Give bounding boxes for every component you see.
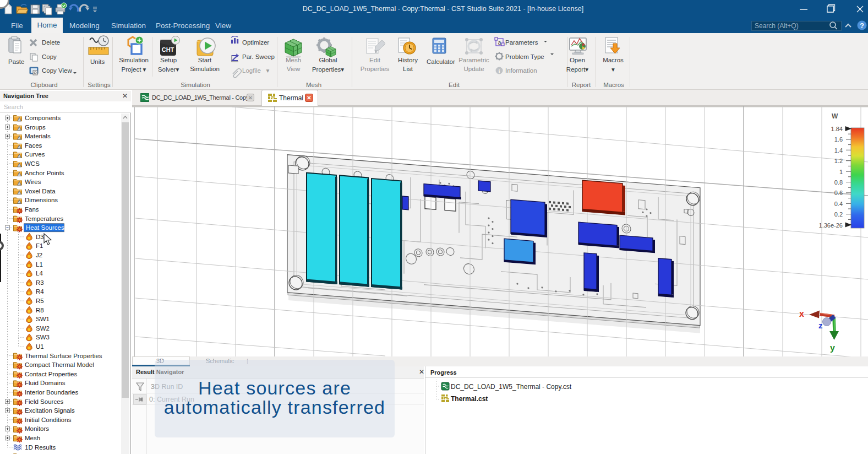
svg-text:Faces: Faces bbox=[25, 142, 42, 149]
svg-text:1.4: 1.4 bbox=[834, 147, 843, 154]
svg-text:z: z bbox=[818, 321, 823, 330]
svg-text:1D Results: 1D Results bbox=[25, 444, 56, 451]
svg-text:SW3: SW3 bbox=[36, 334, 50, 340]
svg-text:R4: R4 bbox=[36, 288, 44, 295]
svg-text:R3: R3 bbox=[36, 279, 44, 286]
svg-text:1.36e-26: 1.36e-26 bbox=[819, 222, 843, 229]
svg-text:Curves: Curves bbox=[25, 151, 45, 158]
svg-text:x: x bbox=[799, 309, 804, 318]
svg-text:1.84: 1.84 bbox=[831, 126, 843, 132]
svg-text:L4: L4 bbox=[36, 270, 43, 277]
svg-text:Wires: Wires bbox=[25, 179, 41, 185]
svg-text:Monitors: Monitors bbox=[25, 425, 49, 432]
svg-text:0.4: 0.4 bbox=[834, 201, 843, 207]
svg-text:Voxel Data: Voxel Data bbox=[25, 188, 56, 194]
svg-text:Thermal Surface Properties: Thermal Surface Properties bbox=[25, 353, 102, 359]
svg-text:Anchor Points: Anchor Points bbox=[25, 170, 64, 176]
svg-text:0.2: 0.2 bbox=[834, 211, 843, 218]
svg-text:Mesh: Mesh bbox=[25, 435, 40, 441]
svg-text:Interior Boundaries: Interior Boundaries bbox=[25, 389, 78, 396]
svg-text:0.6: 0.6 bbox=[834, 190, 843, 196]
svg-text:CHT: CHT bbox=[162, 46, 174, 53]
svg-text:L1: L1 bbox=[36, 261, 43, 268]
svg-text:Excitation Signals: Excitation Signals bbox=[25, 407, 75, 414]
svg-text:R5: R5 bbox=[36, 298, 44, 304]
svg-text:1.2: 1.2 bbox=[834, 158, 843, 164]
svg-text:y: y bbox=[830, 343, 835, 353]
svg-text:SW2: SW2 bbox=[36, 325, 50, 332]
svg-text:Temperatures: Temperatures bbox=[25, 215, 64, 222]
svg-text:Dimensions: Dimensions bbox=[25, 197, 58, 203]
svg-text:0.8: 0.8 bbox=[834, 179, 843, 186]
svg-text:R8: R8 bbox=[36, 307, 44, 314]
svg-text:F1: F1 bbox=[36, 242, 43, 249]
svg-text:1: 1 bbox=[839, 169, 843, 175]
svg-text:J2: J2 bbox=[36, 252, 42, 258]
svg-text:Contact Properties: Contact Properties bbox=[25, 371, 77, 377]
svg-text:SW1: SW1 bbox=[36, 316, 50, 322]
svg-text:Initial Conditions: Initial Conditions bbox=[25, 417, 72, 423]
svg-text:Heat Sources: Heat Sources bbox=[26, 224, 64, 231]
svg-text:?: ? bbox=[860, 22, 864, 30]
svg-text:a: a bbox=[498, 40, 501, 46]
svg-text:Field Sources: Field Sources bbox=[25, 398, 64, 405]
svg-text:W: W bbox=[832, 112, 838, 120]
svg-text:D3: D3 bbox=[36, 234, 44, 240]
svg-text:Fluid Domains: Fluid Domains bbox=[25, 380, 65, 386]
svg-text:Components: Components bbox=[25, 115, 61, 121]
svg-text:Groups: Groups bbox=[25, 124, 46, 131]
svg-text:Fans: Fans bbox=[25, 206, 39, 213]
svg-text:WCS: WCS bbox=[25, 160, 40, 167]
svg-text:1.6: 1.6 bbox=[834, 136, 843, 143]
svg-text:Compact Thermal Model: Compact Thermal Model bbox=[25, 361, 94, 368]
svg-text:U1: U1 bbox=[36, 343, 44, 350]
svg-text:Materials: Materials bbox=[25, 133, 51, 139]
